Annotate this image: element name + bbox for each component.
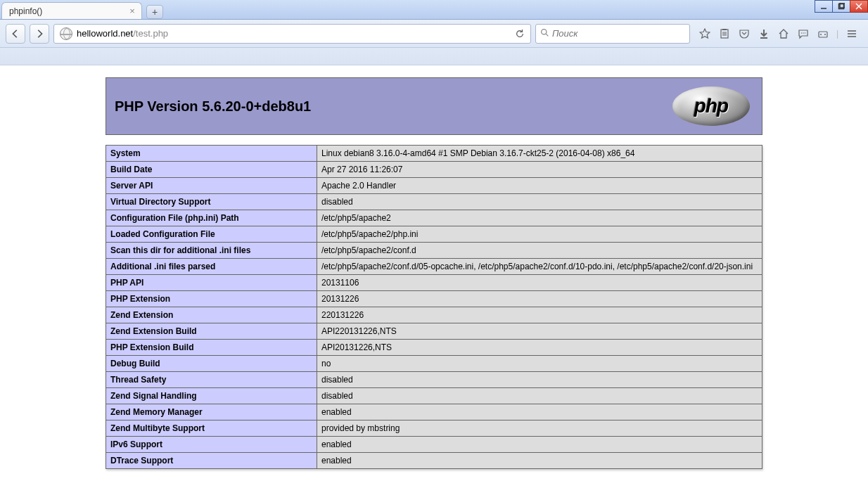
browser-toolbar: helloworld.net/test.php | — [0, 20, 868, 48]
home-icon[interactable] — [777, 27, 790, 40]
toolbar-icons: | — [694, 27, 862, 40]
menu-icon[interactable] — [845, 27, 858, 40]
bookmark-star-icon[interactable] — [698, 27, 711, 40]
clipboard-icon[interactable] — [718, 27, 731, 40]
window-controls — [815, 0, 868, 13]
addon-icon[interactable] — [817, 27, 829, 40]
svg-line-6 — [546, 34, 548, 36]
window-close-button[interactable] — [850, 0, 868, 13]
search-input[interactable] — [552, 28, 685, 39]
downloads-icon[interactable] — [758, 27, 770, 40]
svg-point-16 — [805, 32, 805, 33]
window-minimize-button[interactable] — [815, 0, 833, 13]
globe-icon — [60, 27, 72, 40]
pocket-icon[interactable] — [738, 27, 751, 40]
svg-point-18 — [820, 34, 822, 35]
svg-rect-17 — [819, 32, 827, 37]
tab-title: phpinfo() — [9, 6, 127, 16]
search-icon — [540, 28, 549, 39]
new-tab-button[interactable]: + — [146, 5, 163, 19]
separator: | — [836, 29, 838, 39]
bookmarks-bar — [0, 48, 868, 65]
browser-tab[interactable]: phpinfo() × — [1, 2, 142, 19]
svg-point-19 — [824, 34, 826, 35]
back-button[interactable] — [6, 24, 25, 44]
chat-icon[interactable] — [797, 27, 810, 40]
tab-strip: phpinfo() × + — [0, 0, 868, 20]
svg-point-5 — [542, 29, 547, 34]
url-bar[interactable]: helloworld.net/test.php — [53, 24, 531, 44]
search-bar[interactable] — [535, 24, 690, 44]
window-maximize-button[interactable] — [832, 0, 850, 13]
reload-button[interactable] — [512, 26, 528, 41]
url-path: /test.php — [133, 28, 168, 39]
url-domain: helloworld.net — [77, 28, 133, 39]
svg-point-14 — [801, 32, 802, 33]
tab-close-button[interactable]: × — [127, 6, 137, 16]
svg-point-15 — [803, 32, 803, 33]
svg-rect-8 — [722, 29, 727, 30]
forward-button[interactable] — [30, 24, 49, 44]
